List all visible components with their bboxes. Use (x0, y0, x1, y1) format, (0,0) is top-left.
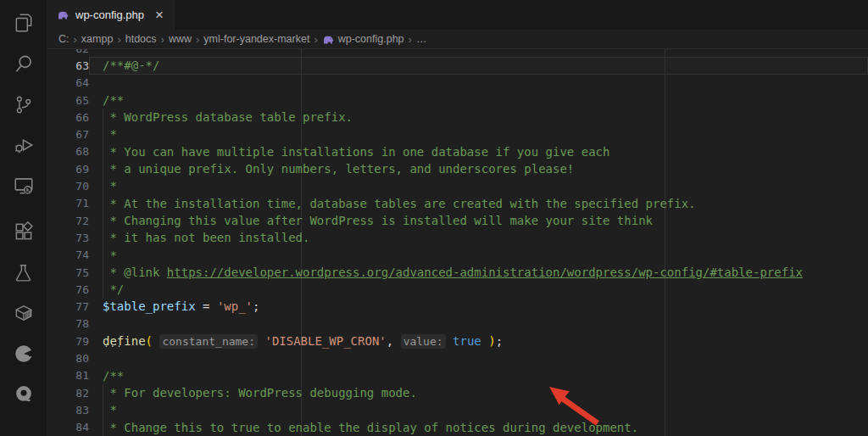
breadcrumb: C:›xampp›htdocs›www›yml-for-yandex-marke… (47, 30, 868, 48)
breadcrumb-item[interactable]: yml-for-yandex-market (203, 33, 309, 45)
line-number[interactable]: 75 (47, 266, 89, 279)
tab-bar: wp-config.php × (47, 0, 868, 30)
code-text: * @link https://developer.wordpress.org/… (103, 264, 868, 281)
line-number[interactable]: 67 (47, 128, 89, 141)
code-line[interactable]: 65/** (47, 92, 868, 109)
code-text: * it has not been installed. (103, 229, 868, 246)
code-line[interactable]: 84 * Change this to true to enable the d… (47, 419, 868, 436)
code-text: */ (103, 281, 868, 298)
line-number[interactable]: 81 (47, 369, 89, 382)
breadcrumb-item-label: C: (58, 33, 70, 45)
code-line[interactable]: 75 * @link https://developer.wordpress.o… (47, 264, 868, 281)
line-number[interactable]: 72 (47, 215, 89, 227)
line-number[interactable]: 64 (47, 76, 89, 89)
run-debug-icon[interactable] (3, 125, 44, 165)
line-number[interactable]: 80 (47, 352, 89, 365)
code-line[interactable]: 64 (47, 75, 868, 92)
breadcrumb-separator: › (196, 33, 199, 46)
code-line[interactable]: 82 * For developers: WordPress debugging… (47, 384, 868, 401)
code-text: * a unique prefix. Only numbers, letters… (103, 160, 868, 177)
breadcrumb-item-label: … (416, 33, 427, 45)
breadcrumb-item-label: yml-for-yandex-market (203, 33, 309, 45)
line-number[interactable]: 71 (47, 197, 89, 210)
code-text: define( constant_name: 'DISABLE_WP_CRON'… (103, 333, 868, 350)
breadcrumb-separator: › (117, 33, 120, 46)
search-icon[interactable] (3, 43, 44, 84)
breadcrumb-item-label: wp-config.php (338, 33, 404, 45)
code-text: * (103, 177, 868, 194)
line-number[interactable]: 63 (47, 59, 89, 72)
breadcrumb-separator: › (161, 33, 164, 46)
breadcrumb-separator: › (314, 33, 317, 46)
line-number[interactable]: 77 (47, 300, 89, 313)
breadcrumb-item-label: www (169, 33, 192, 45)
tab-wp-config[interactable]: wp-config.php × (47, 0, 175, 30)
remote-explorer-icon[interactable] (3, 165, 44, 206)
code-text: * You can have multiple installations in… (103, 143, 868, 160)
code-line[interactable]: 76 */ (47, 281, 868, 298)
line-number[interactable]: 82 (47, 387, 89, 400)
line-number[interactable]: 62 (47, 48, 89, 55)
breadcrumb-separator: › (409, 33, 412, 46)
code-line[interactable]: 80 (47, 349, 868, 366)
code-line[interactable]: 77$table_prefix = 'wp_'; (47, 298, 868, 315)
vscode-window: { "colors": { "bg-shell": "#181818", "bg… (0, 0, 868, 436)
code-line[interactable]: 67 * (47, 126, 868, 143)
code-line[interactable]: 62 (47, 48, 868, 57)
code-line[interactable]: 71 * At the installation time, database … (47, 195, 868, 212)
line-number[interactable]: 69 (47, 163, 89, 176)
breadcrumb-item-label: xampp (81, 33, 114, 45)
code-line[interactable]: 78 (47, 316, 868, 333)
line-number[interactable]: 84 (47, 421, 89, 433)
breadcrumb-item[interactable]: wp-config.php (322, 33, 404, 45)
testing-icon[interactable] (3, 252, 44, 293)
line-number[interactable]: 79 (47, 335, 89, 348)
code-line[interactable]: 74 * (47, 247, 868, 264)
breadcrumb-separator: › (74, 33, 77, 46)
php-icon (57, 9, 70, 20)
line-number[interactable]: 76 (47, 283, 89, 296)
source-control-icon[interactable] (3, 84, 44, 125)
line-number[interactable]: 66 (47, 111, 89, 124)
tab-close-icon[interactable]: × (153, 8, 165, 22)
code-line[interactable]: 83 * (47, 401, 868, 418)
code-line[interactable]: 72 * Changing this value after WordPress… (47, 212, 868, 229)
package-icon[interactable] (3, 293, 44, 333)
code-line[interactable]: 66 * WordPress database table prefix. (47, 109, 868, 126)
line-number[interactable]: 74 (47, 249, 89, 261)
code-line[interactable]: 81/** (47, 367, 868, 384)
code-line[interactable]: 68 * You can have multiple installations… (47, 143, 868, 160)
breadcrumb-item[interactable]: www (169, 33, 192, 45)
code-editor[interactable]: 6263/**#@-*/6465/**66 * WordPress databa… (47, 48, 868, 436)
activity-bar (0, 0, 47, 436)
line-number[interactable]: 78 (47, 317, 89, 330)
explorer-icon[interactable] (3, 3, 44, 43)
code-lines: 6263/**#@-*/6465/**66 * WordPress databa… (47, 48, 868, 436)
line-number[interactable]: 70 (47, 180, 89, 193)
code-text: /**#@-*/ (103, 57, 868, 74)
tab-php-icon-slot (57, 9, 70, 20)
line-number[interactable]: 68 (47, 145, 89, 158)
php-icon (322, 34, 335, 45)
line-number[interactable]: 65 (47, 94, 89, 107)
code-line[interactable]: 63/**#@-*/ (47, 57, 868, 74)
code-text: * For developers: WordPress debugging mo… (103, 384, 868, 401)
line-number[interactable]: 73 (47, 232, 89, 244)
extensions-icon[interactable] (3, 211, 44, 252)
code-line[interactable]: 73 * it has not been installed. (47, 229, 868, 246)
breadcrumb-item[interactable]: htdocs (125, 33, 157, 45)
q-logo-icon[interactable] (3, 374, 44, 415)
code-line[interactable]: 79define( constant_name: 'DISABLE_WP_CRO… (47, 333, 868, 349)
breadcrumb-item[interactable]: C: (58, 33, 70, 45)
code-text: * (103, 247, 868, 264)
code-line[interactable]: 69 * a unique prefix. Only numbers, lett… (47, 160, 868, 177)
breadcrumb-item[interactable]: xampp (81, 33, 114, 45)
pie-logo-icon[interactable] (3, 333, 44, 374)
code-text: * At the installation time, database tab… (103, 195, 868, 212)
code-line[interactable]: 70 * (47, 177, 868, 194)
code-text: * (103, 401, 868, 418)
code-text: * Changing this value after WordPress is… (103, 212, 868, 229)
line-number[interactable]: 83 (47, 404, 89, 416)
tab-label: wp-config.php (75, 8, 144, 21)
breadcrumb-item[interactable]: … (416, 33, 427, 45)
